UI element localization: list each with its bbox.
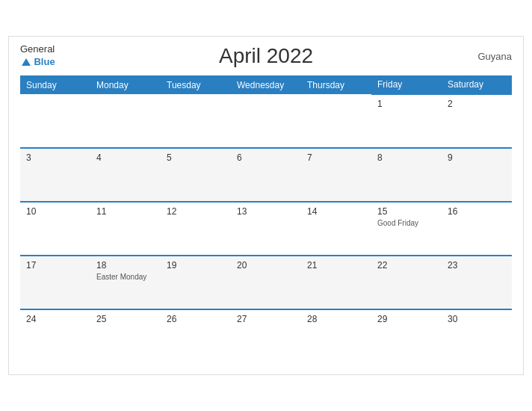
header-monday: Monday — [90, 75, 161, 94]
weekday-header-row: Sunday Monday Tuesday Wednesday Thursday… — [20, 75, 512, 94]
header-wednesday: Wednesday — [231, 75, 301, 94]
table-row: 16 — [442, 202, 512, 256]
header-friday: Friday — [371, 75, 442, 94]
logo-blue-row: Blue — [20, 55, 55, 68]
day-number: 18 — [96, 260, 155, 271]
day-number: 11 — [96, 206, 155, 217]
day-number: 24 — [26, 314, 84, 324]
day-number: 23 — [448, 260, 506, 271]
day-number: 5 — [167, 152, 225, 163]
table-row: 12 — [161, 202, 231, 256]
day-number: 17 — [26, 260, 84, 271]
day-number: 21 — [307, 260, 365, 271]
calendar-title: April 2022 — [219, 44, 313, 68]
table-row: 10 — [20, 202, 90, 256]
day-number: 27 — [237, 314, 295, 324]
table-row: 3 — [20, 148, 90, 202]
table-row: 17 — [20, 256, 90, 309]
week-row-1: 3456789 — [20, 148, 512, 202]
table-row: 24 — [20, 309, 90, 363]
week-row-3: 1718Easter Monday1920212223 — [20, 256, 512, 309]
day-number: 10 — [26, 206, 84, 217]
table-row: 29 — [371, 309, 442, 363]
table-row — [161, 94, 231, 148]
event-label: Easter Monday — [96, 273, 155, 281]
table-row: 8 — [371, 148, 442, 202]
table-row: 22 — [371, 256, 442, 309]
header-saturday: Saturday — [442, 75, 512, 94]
day-number: 14 — [307, 206, 365, 217]
table-row: 6 — [231, 148, 301, 202]
calendar-grid: Sunday Monday Tuesday Wednesday Thursday… — [20, 75, 512, 363]
table-row — [90, 94, 161, 148]
table-row: 7 — [301, 148, 371, 202]
day-number: 4 — [96, 152, 155, 163]
day-number: 9 — [448, 152, 506, 163]
day-number: 1 — [377, 99, 436, 109]
day-number: 22 — [377, 260, 436, 271]
day-number: 29 — [377, 314, 436, 324]
day-number: 12 — [167, 206, 225, 217]
table-row — [301, 94, 371, 148]
table-row: 11 — [90, 202, 161, 256]
table-row: 30 — [442, 309, 512, 363]
week-row-4: 24252627282930 — [20, 309, 512, 363]
table-row: 4 — [90, 148, 161, 202]
table-row: 25 — [90, 309, 161, 363]
table-row: 15Good Friday — [371, 202, 442, 256]
table-row: 20 — [231, 256, 301, 309]
day-number: 25 — [96, 314, 155, 324]
day-number: 3 — [26, 152, 84, 163]
logo: General Blue — [20, 44, 55, 68]
day-number: 13 — [237, 206, 295, 217]
calendar-header: General Blue April 2022 Guyana — [20, 44, 512, 68]
table-row: 19 — [161, 256, 231, 309]
table-row: 26 — [161, 309, 231, 363]
day-number: 6 — [237, 152, 295, 163]
day-number: 16 — [448, 206, 506, 217]
week-row-2: 101112131415Good Friday16 — [20, 202, 512, 256]
table-row: 2 — [442, 94, 512, 148]
event-label: Good Friday — [377, 219, 436, 227]
day-number: 8 — [377, 152, 436, 163]
header-tuesday: Tuesday — [161, 75, 231, 94]
country-label: Guyana — [477, 51, 512, 62]
day-number: 30 — [448, 314, 506, 324]
table-row: 18Easter Monday — [90, 256, 161, 309]
day-number: 28 — [307, 314, 365, 324]
table-row — [20, 94, 90, 148]
day-number: 7 — [307, 152, 365, 163]
day-number: 19 — [167, 260, 225, 271]
header-thursday: Thursday — [301, 75, 371, 94]
calendar-container: General Blue April 2022 Guyana Sunday Mo… — [8, 36, 524, 375]
table-row — [231, 94, 301, 148]
table-row: 13 — [231, 202, 301, 256]
day-number: 2 — [448, 99, 506, 109]
day-number: 20 — [237, 260, 295, 271]
table-row: 21 — [301, 256, 371, 309]
table-row: 1 — [371, 94, 442, 148]
week-row-0: 12 — [20, 94, 512, 148]
logo-triangle-icon — [22, 58, 31, 66]
day-number: 26 — [167, 314, 225, 324]
header-sunday: Sunday — [20, 75, 90, 94]
table-row: 23 — [442, 256, 512, 309]
table-row: 5 — [161, 148, 231, 202]
logo-blue-text: Blue — [34, 56, 55, 67]
table-row: 14 — [301, 202, 371, 256]
day-number: 15 — [377, 206, 436, 217]
logo-general-text: General — [20, 44, 55, 55]
table-row: 27 — [231, 309, 301, 363]
table-row: 9 — [442, 148, 512, 202]
table-row: 28 — [301, 309, 371, 363]
